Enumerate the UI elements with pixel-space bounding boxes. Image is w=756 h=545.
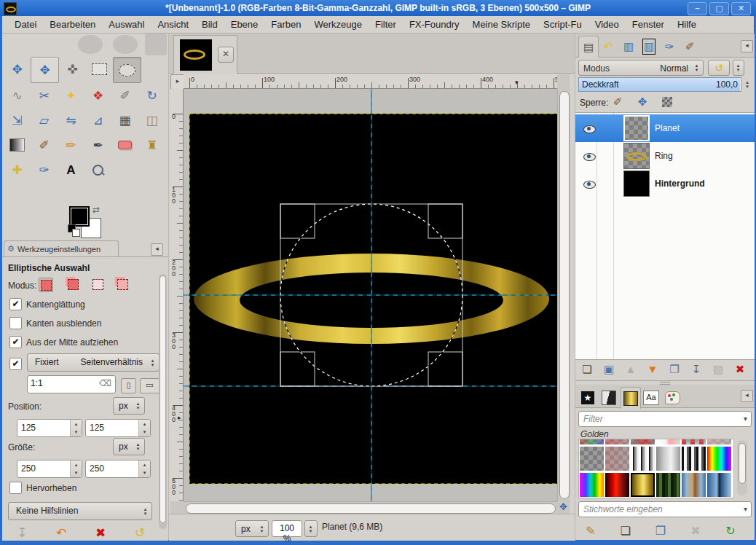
vertical-ruler[interactable]: 01 0 02 0 03 0 04 0 05 0 0▸ xyxy=(170,89,184,501)
foreground-color-swatch[interactable] xyxy=(69,206,90,227)
fixed-dropdown[interactable]: Fixiert Seitenverhältnis ▴▾ xyxy=(27,353,160,372)
size-width-spinbox[interactable]: 250 ▴▾ xyxy=(17,460,82,478)
gradient-swatch[interactable] xyxy=(605,439,629,444)
refresh-gradients-button[interactable]: ↻ xyxy=(721,522,740,539)
layer-row-planet[interactable]: Planet xyxy=(575,114,755,142)
maximize-button[interactable]: ▢ xyxy=(709,2,729,15)
eraser-tool[interactable] xyxy=(111,133,138,157)
layer-visibility-eye-icon[interactable] xyxy=(583,153,596,161)
layer-mode-dropdown[interactable]: Modus Normal ▴▾ xyxy=(578,60,704,76)
palettes-tab[interactable] xyxy=(663,388,682,407)
tab-tool-options[interactable]: ⚙ Werkzeugeinstellungen xyxy=(4,240,119,256)
lock-position-icon[interactable]: ✥ xyxy=(635,95,650,109)
position-unit-dropdown[interactable]: px ▴▾ xyxy=(113,397,145,415)
menu-meineskripte[interactable]: Meine Skripte xyxy=(466,17,537,32)
perspective-tool[interactable]: ⊿ xyxy=(84,108,111,133)
gradient-swatch[interactable] xyxy=(580,473,604,497)
layers-tab[interactable]: ▤ xyxy=(578,36,599,58)
opacity-spinner[interactable]: ▴▾ xyxy=(742,77,752,92)
gradient-swatch-selected[interactable] xyxy=(631,473,655,497)
duplicate-gradient-button[interactable]: ❐ xyxy=(651,522,670,539)
fuzzy-select-tool[interactable]: ✦ xyxy=(58,83,84,108)
select-by-color-tool[interactable]: ❖ xyxy=(84,83,111,108)
edit-gradient-button[interactable]: ✎ xyxy=(581,522,600,539)
vertical-scrollbar[interactable] xyxy=(557,89,570,501)
mode-extra-spinner[interactable]: ▴▾ xyxy=(733,60,744,76)
close-image-icon[interactable]: ✕ xyxy=(218,47,234,63)
collapse-tool-options-button[interactable]: ◂ xyxy=(151,243,163,256)
channels-tab[interactable]: ▥ xyxy=(619,36,638,56)
position-y-spinbox[interactable]: 125 ▴▾ xyxy=(85,419,151,437)
zoom-spinner[interactable]: ▴▾ xyxy=(304,520,318,537)
collapse-layers-dock-button[interactable]: ◂ xyxy=(741,40,753,52)
portrait-orientation-button[interactable]: ▯ xyxy=(121,378,136,393)
layer-mode-spinner[interactable]: ▴▾ xyxy=(692,61,701,74)
gradient-swatch[interactable] xyxy=(656,447,680,471)
navigation-button[interactable]: ✥ xyxy=(557,501,570,514)
gradient-swatch[interactable] xyxy=(605,447,629,471)
menu-filter[interactable]: Filter xyxy=(369,17,403,32)
rectangle-select-tool[interactable] xyxy=(86,57,113,82)
landscape-orientation-button[interactable]: ▭ xyxy=(140,378,160,393)
position-x-spinbox[interactable]: 125 ▴▾ xyxy=(17,419,82,437)
clone-tool[interactable]: ♜ xyxy=(138,133,165,157)
paths-tab[interactable]: ▥ xyxy=(639,36,658,56)
swap-colors-icon[interactable]: ⇄ xyxy=(92,205,100,215)
zoom-level-input[interactable]: 100 % xyxy=(272,520,302,537)
expand-from-center-checkbox[interactable]: ✔ xyxy=(9,336,22,348)
gradient-swatch[interactable] xyxy=(682,439,706,444)
ellipse-select-tool[interactable] xyxy=(113,57,141,83)
clear-icon[interactable]: ⌫ xyxy=(99,378,111,388)
rotate-tool[interactable]: ↻ xyxy=(138,83,165,108)
gradient-swatch[interactable] xyxy=(631,439,655,444)
ruler-corner-menu-button[interactable]: ▸ xyxy=(170,74,185,90)
move-tool[interactable]: ✥ xyxy=(4,57,31,82)
restore-preset-button[interactable]: ↶ xyxy=(52,524,71,541)
menu-auswahl[interactable]: Auswahl xyxy=(102,17,151,32)
gradient-swatch[interactable] xyxy=(707,447,731,471)
new-layer-button[interactable]: ❏ xyxy=(578,361,596,377)
status-unit-dropdown[interactable]: px ▴▾ xyxy=(235,520,269,537)
opacity-slider[interactable]: Deckkraft 100,0 xyxy=(578,77,741,92)
default-colors-icon[interactable] xyxy=(68,224,79,236)
undo-history-tab[interactable]: ↶ xyxy=(599,36,618,56)
airbrush-tool[interactable]: ✒ xyxy=(84,133,111,157)
vectors-tab[interactable]: ✑ xyxy=(660,36,679,56)
menu-farben[interactable]: Farben xyxy=(264,17,307,32)
fixed-checkbox[interactable]: ✔ xyxy=(9,358,22,370)
zoom-follow-window-button[interactable] xyxy=(557,74,570,89)
gradient-swatch[interactable] xyxy=(656,473,680,497)
brushes-tab[interactable]: ★ xyxy=(578,388,597,407)
gradient-swatch[interactable] xyxy=(707,439,731,444)
horizontal-scrollbar[interactable] xyxy=(184,501,557,514)
heal-tool[interactable]: ✚ xyxy=(4,157,31,182)
mode-intersect-button[interactable] xyxy=(116,278,129,291)
position-unit-spinner[interactable]: ▴▾ xyxy=(133,399,143,413)
lock-pixels-icon[interactable]: ✐ xyxy=(610,95,625,109)
size-height-spinbox[interactable]: 250 ▴▾ xyxy=(85,460,151,478)
close-button[interactable]: ✕ xyxy=(731,2,751,15)
new-gradient-button[interactable]: ❏ xyxy=(616,522,635,539)
mode-switch-button[interactable]: ↺ xyxy=(708,60,730,76)
guides-dropdown[interactable]: Keine Hilfslinien ▴▾ xyxy=(8,502,152,520)
menu-bearbeiten[interactable]: Bearbeiten xyxy=(43,17,102,32)
raise-layer-button[interactable]: ▲ xyxy=(622,361,639,377)
layer-row-hintergrund[interactable]: Hintergrund xyxy=(575,170,755,197)
size-unit-spinner[interactable]: ▴▾ xyxy=(133,439,143,454)
canvas-viewport[interactable] xyxy=(184,89,557,501)
fonts-tab[interactable]: Aa xyxy=(642,388,661,407)
image-tab[interactable]: ✕ xyxy=(173,35,237,74)
gradients-tab[interactable] xyxy=(621,387,641,409)
feather-checkbox[interactable] xyxy=(9,317,22,329)
bucket-fill-tool[interactable]: ◫ xyxy=(138,108,165,133)
layer-visibility-eye-icon[interactable] xyxy=(583,181,596,189)
move-tool-alt[interactable]: ✥ xyxy=(31,57,59,83)
gradient-swatch[interactable] xyxy=(656,439,680,444)
flip-tool[interactable]: ⇋ xyxy=(58,108,84,133)
fixed-spinner[interactable]: ▴▾ xyxy=(148,355,157,370)
duplicate-layer-button[interactable]: ❐ xyxy=(666,361,683,377)
horizontal-ruler[interactable]: 01002003004005▾ xyxy=(184,74,557,89)
antialias-checkbox[interactable]: ✔ xyxy=(9,298,22,310)
gradient-filter-input[interactable]: Filter ▾ xyxy=(578,411,752,427)
scale-tool[interactable]: ⇲ xyxy=(4,108,31,133)
